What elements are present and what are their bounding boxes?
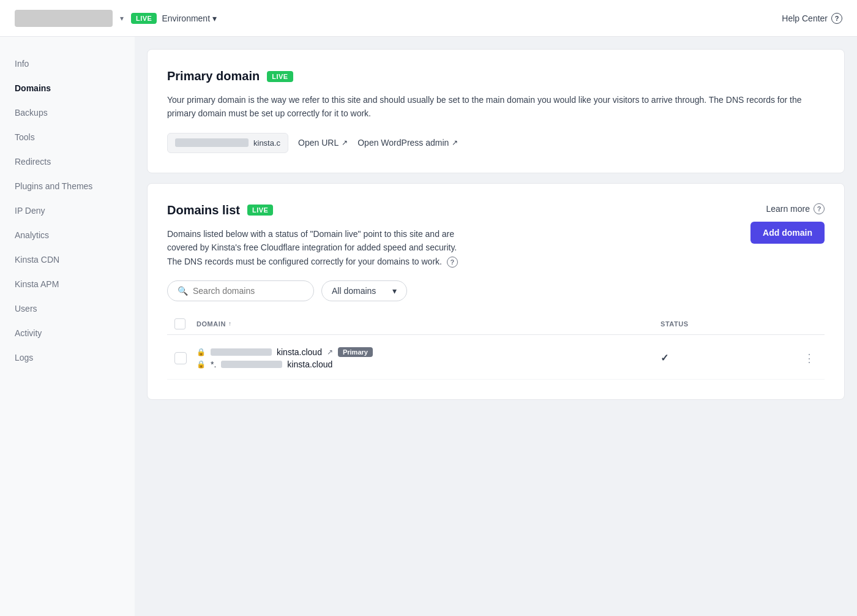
table-header-checkbox [174, 318, 187, 329]
wildcard-lock-icon: 🔒 [196, 360, 206, 369]
main-layout: Info Domains Backups Tools Redirects Plu… [0, 37, 857, 616]
domain-url-bar: kinsta.c Open URL ↗ Open WordPress admin… [167, 133, 825, 153]
row-dots-menu-icon[interactable]: ⋮ [801, 349, 817, 367]
domain-url-display: kinsta.c [167, 133, 288, 153]
filter-chevron-icon: ▾ [392, 286, 397, 296]
domain-url-text: kinsta.c [253, 138, 280, 148]
row-status-cell: ✓ [661, 352, 783, 364]
domains-list-section-header: Domains list LIVE Domains listed below w… [167, 203, 825, 280]
domain-external-link-icon[interactable]: ↗ [327, 348, 333, 356]
primary-domain-card: Primary domain LIVE Your primary domain … [147, 49, 845, 173]
wildcard-prefix: *. [211, 359, 216, 369]
domains-list-header: Domains list LIVE [167, 203, 736, 217]
add-domain-button[interactable]: Add domain [750, 222, 825, 244]
primary-domain-title: Primary domain [167, 69, 260, 83]
col-domain-header[interactable]: DOMAIN ↑ [196, 320, 651, 328]
info-icon-inline: ? [447, 257, 458, 268]
primary-domain-header: Primary domain LIVE [167, 69, 825, 83]
domains-list-header-left: Domains list LIVE [167, 203, 273, 217]
search-box[interactable]: 🔍 [167, 280, 314, 301]
primary-badge: Primary [338, 347, 373, 357]
row-checkbox[interactable] [174, 352, 187, 364]
select-all-checkbox[interactable] [174, 318, 185, 329]
open-wp-admin-external-icon: ↗ [452, 138, 458, 147]
domains-list-title: Domains list [167, 203, 240, 217]
sort-asc-icon: ↑ [228, 320, 232, 327]
domain-url-blurred [175, 138, 249, 147]
sidebar-item-analytics[interactable]: Analytics [0, 223, 135, 247]
learn-more-button[interactable]: Learn more ? [766, 203, 825, 214]
learn-more-info-icon: ? [814, 203, 825, 214]
wildcard-blurred-text [221, 361, 282, 368]
col-status-header: STATUS [661, 320, 783, 328]
filter-dropdown[interactable]: All domains ▾ [321, 280, 407, 301]
domains-list-left-content: Domains list LIVE Domains listed below w… [167, 203, 736, 280]
row-domain-cell: 🔒 kinsta.cloud ↗ Primary 🔒 *. kinsta.clo… [196, 347, 651, 369]
status-check-icon: ✓ [661, 352, 668, 364]
sidebar-item-backups[interactable]: Backups [0, 100, 135, 125]
question-icon: ? [831, 13, 842, 24]
sidebar-item-plugins-themes[interactable]: Plugins and Themes [0, 174, 135, 198]
domains-list-card: Domains list LIVE Domains listed below w… [147, 183, 845, 400]
open-url-label: Open URL [298, 138, 339, 148]
search-filter-row: 🔍 All domains ▾ [167, 280, 825, 301]
filter-label: All domains [332, 286, 376, 296]
env-badge: LIVE Environment ▾ [131, 13, 217, 24]
row-actions: ⋮ [793, 349, 817, 367]
domain-name-text: kinsta.cloud [277, 347, 322, 357]
sidebar-item-kinsta-apm[interactable]: Kinsta APM [0, 272, 135, 296]
wildcard-domain-text: kinsta.cloud [287, 359, 332, 369]
logo [15, 10, 113, 27]
open-wp-admin-label: Open WordPress admin [357, 138, 449, 148]
domain-entry-wildcard: 🔒 *. kinsta.cloud [196, 359, 651, 369]
topbar-left: ▾ LIVE Environment ▾ [15, 10, 217, 27]
sidebar-item-logs[interactable]: Logs [0, 345, 135, 370]
domains-list-description: Domains listed below with a status of "D… [167, 227, 736, 268]
open-url-button[interactable]: Open URL ↗ [298, 138, 348, 148]
sidebar-item-ip-deny[interactable]: IP Deny [0, 198, 135, 223]
domain-entry-primary: 🔒 kinsta.cloud ↗ Primary [196, 347, 651, 357]
logo-chevron-icon[interactable]: ▾ [120, 14, 124, 23]
primary-domain-description: Your primary domain is the way we refer … [167, 93, 825, 121]
primary-domain-live-badge: LIVE [267, 71, 293, 82]
help-center-button[interactable]: Help Center ? [782, 13, 842, 24]
topbar: ▾ LIVE Environment ▾ Help Center ? [0, 0, 857, 37]
search-input[interactable] [193, 286, 304, 296]
sidebar-item-info[interactable]: Info [0, 51, 135, 76]
domains-list-right-actions: Learn more ? Add domain [736, 203, 825, 244]
domains-list-live-badge: LIVE [247, 205, 273, 216]
learn-more-label: Learn more [766, 204, 810, 214]
environment-chevron-icon: ▾ [212, 13, 217, 23]
table-row: 🔒 kinsta.cloud ↗ Primary 🔒 *. kinsta.clo… [167, 337, 825, 380]
domain-blurred-text [211, 348, 272, 356]
sidebar: Info Domains Backups Tools Redirects Plu… [0, 37, 135, 616]
search-icon: 🔍 [178, 286, 188, 296]
sidebar-item-kinsta-cdn[interactable]: Kinsta CDN [0, 247, 135, 272]
environment-selector[interactable]: Environment ▾ [162, 13, 217, 23]
sidebar-item-activity[interactable]: Activity [0, 321, 135, 345]
content-area: Primary domain LIVE Your primary domain … [135, 37, 857, 616]
lock-icon: 🔒 [196, 348, 206, 356]
sidebar-item-redirects[interactable]: Redirects [0, 149, 135, 174]
live-badge: LIVE [131, 13, 157, 24]
sidebar-item-users[interactable]: Users [0, 296, 135, 321]
sidebar-item-tools[interactable]: Tools [0, 125, 135, 149]
table-header: DOMAIN ↑ STATUS [167, 314, 825, 335]
environment-label: Environment [162, 13, 210, 23]
open-url-external-icon: ↗ [342, 138, 348, 147]
help-center-label: Help Center [782, 13, 828, 23]
open-wp-admin-button[interactable]: Open WordPress admin ↗ [357, 138, 458, 148]
sidebar-item-domains[interactable]: Domains [0, 76, 135, 100]
